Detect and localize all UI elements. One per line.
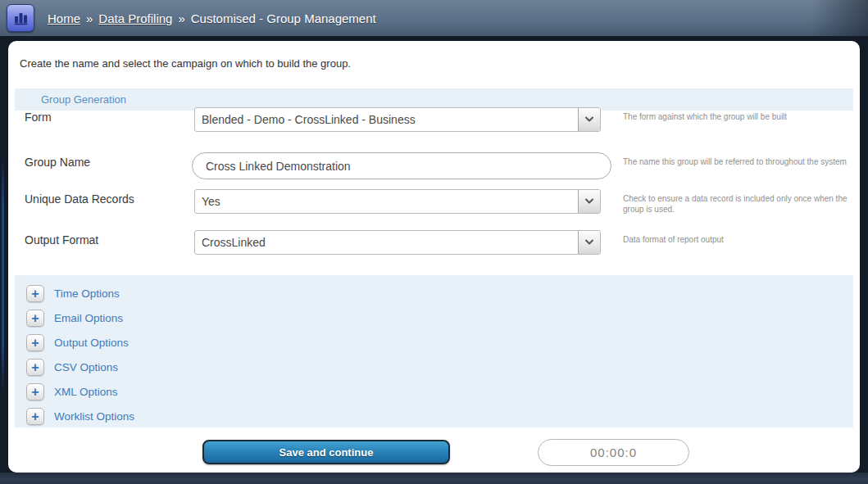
- worklist-options-label[interactable]: Worklist Options: [54, 410, 134, 423]
- output-options-label[interactable]: Output Options: [54, 337, 129, 349]
- breadcrumb-separator: »: [86, 11, 93, 25]
- chevron-down-icon[interactable]: [578, 190, 600, 213]
- csv-options-label[interactable]: CSV Options: [54, 361, 118, 373]
- options-panel: + Time Options + Email Options + Output …: [15, 275, 853, 427]
- breadcrumb: Home » Data Profiling » Customised - Gro…: [48, 11, 376, 25]
- expand-time-options-button[interactable]: +: [26, 285, 44, 302]
- option-row-csv-options: + CSV Options: [15, 355, 853, 379]
- output-format-select[interactable]: CrossLinked: [194, 230, 601, 255]
- footer-bar: [0, 473, 868, 484]
- bar-chart-icon[interactable]: [7, 4, 34, 32]
- expand-worklist-options-button[interactable]: +: [26, 408, 44, 425]
- option-row-output-options: + Output Options: [15, 330, 853, 355]
- content-card: Create the name and select the campaign …: [8, 41, 860, 473]
- unique-data-records-value: Yes: [195, 195, 578, 208]
- breadcrumb-bar: Home » Data Profiling » Customised - Gro…: [0, 0, 868, 36]
- form-field-label: Form: [25, 111, 52, 124]
- output-format-value: CrossLinked: [195, 236, 578, 249]
- timer-display: 00:00:0: [538, 439, 689, 466]
- group-name-help-text: The name this group will be referred to …: [623, 157, 847, 168]
- output-format-label: Output Format: [25, 233, 98, 247]
- option-row-email-options: + Email Options: [15, 305, 853, 330]
- option-row-worklist-options: + Worklist Options: [15, 404, 853, 428]
- expand-output-options-button[interactable]: +: [26, 334, 44, 351]
- breadcrumb-current-page: Customised - Group Management: [191, 11, 376, 25]
- breadcrumb-home-link[interactable]: Home: [48, 11, 80, 25]
- expand-xml-options-button[interactable]: +: [26, 383, 44, 400]
- left-edge-accent: [2, 156, 4, 393]
- option-row-xml-options: + XML Options: [15, 379, 853, 404]
- group-name-input[interactable]: [192, 152, 611, 179]
- group-name-label: Group Name: [25, 156, 90, 169]
- form-select-value: Blended - Demo - CrossLinked - Business: [195, 113, 578, 126]
- time-options-label[interactable]: Time Options: [54, 287, 120, 300]
- email-options-label[interactable]: Email Options: [54, 312, 123, 324]
- bar-chart-glyph: [12, 10, 29, 26]
- intro-text: Create the name and select the campaign …: [20, 57, 351, 70]
- xml-options-label[interactable]: XML Options: [54, 386, 118, 398]
- unique-data-records-select[interactable]: Yes: [194, 189, 601, 214]
- form-help-text: The form against which the group will be…: [623, 112, 787, 123]
- chevron-down-icon[interactable]: [578, 108, 600, 131]
- unique-data-records-help-text: Check to ensure a data record is include…: [623, 194, 860, 215]
- output-format-help-text: Data format of report output: [623, 235, 724, 246]
- save-and-continue-button[interactable]: Save and continue: [202, 440, 450, 464]
- section-title: Group Generation: [41, 93, 126, 106]
- chevron-down-icon[interactable]: [578, 231, 600, 254]
- breadcrumb-separator: »: [178, 11, 184, 25]
- option-row-time-options: + Time Options: [15, 281, 853, 305]
- expand-email-options-button[interactable]: +: [26, 310, 44, 327]
- expand-csv-options-button[interactable]: +: [26, 359, 44, 376]
- form-select[interactable]: Blended - Demo - CrossLinked - Business: [194, 107, 601, 132]
- unique-data-records-label: Unique Data Records: [25, 192, 134, 206]
- breadcrumb-data-profiling-link[interactable]: Data Profiling: [98, 11, 172, 25]
